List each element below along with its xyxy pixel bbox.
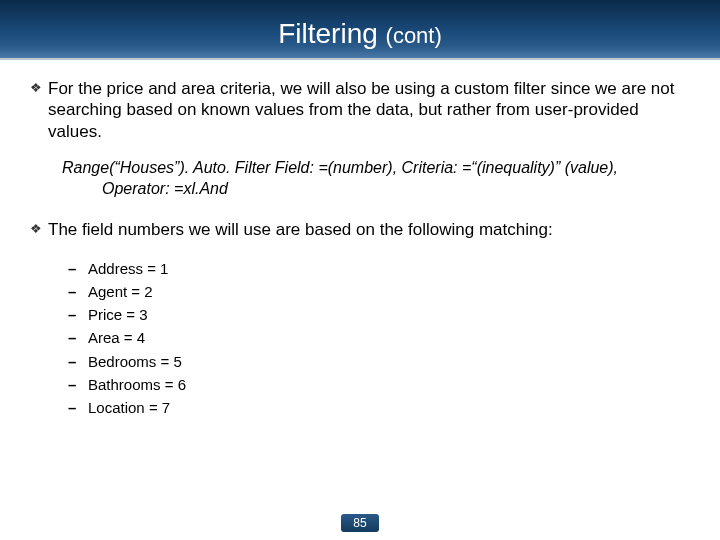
bullet-item: ❖ For the price and area criteria, we wi… bbox=[30, 78, 690, 142]
page-number-badge: 85 bbox=[341, 514, 378, 532]
bullet-text: For the price and area criteria, we will… bbox=[48, 78, 690, 142]
list-item: – Bathrooms = 6 bbox=[68, 373, 690, 396]
field-label: Bathrooms = 6 bbox=[88, 373, 186, 396]
field-label: Area = 4 bbox=[88, 326, 145, 349]
field-label: Price = 3 bbox=[88, 303, 148, 326]
diamond-icon: ❖ bbox=[30, 219, 48, 239]
field-label: Address = 1 bbox=[88, 257, 168, 280]
field-label: Location = 7 bbox=[88, 396, 170, 419]
title-sub: (cont) bbox=[386, 23, 442, 48]
dash-icon: – bbox=[68, 350, 88, 373]
bullet-text: The field numbers we will use are based … bbox=[48, 219, 690, 240]
list-item: – Agent = 2 bbox=[68, 280, 690, 303]
code-line: Operator: =xl.And bbox=[62, 179, 690, 200]
list-item: – Address = 1 bbox=[68, 257, 690, 280]
list-item: – Price = 3 bbox=[68, 303, 690, 326]
slide-title: Filtering (cont) bbox=[278, 18, 442, 50]
dash-icon: – bbox=[68, 326, 88, 349]
field-label: Bedrooms = 5 bbox=[88, 350, 182, 373]
list-item: – Bedrooms = 5 bbox=[68, 350, 690, 373]
dash-icon: – bbox=[68, 396, 88, 419]
dash-icon: – bbox=[68, 373, 88, 396]
page-number: 85 bbox=[0, 513, 720, 532]
field-label: Agent = 2 bbox=[88, 280, 153, 303]
list-item: – Area = 4 bbox=[68, 326, 690, 349]
bullet-item: ❖ The field numbers we will use are base… bbox=[30, 219, 690, 240]
dash-icon: – bbox=[68, 303, 88, 326]
code-line: Range(“Houses”). Auto. Filter Field: =(n… bbox=[62, 158, 690, 179]
title-main: Filtering bbox=[278, 18, 385, 49]
title-bar: Filtering (cont) bbox=[0, 0, 720, 60]
dash-icon: – bbox=[68, 280, 88, 303]
field-list: – Address = 1 – Agent = 2 – Price = 3 – … bbox=[68, 257, 690, 420]
code-block: Range(“Houses”). Auto. Filter Field: =(n… bbox=[62, 158, 690, 200]
slide: Filtering (cont) ❖ For the price and are… bbox=[0, 0, 720, 540]
list-item: – Location = 7 bbox=[68, 396, 690, 419]
diamond-icon: ❖ bbox=[30, 78, 48, 98]
dash-icon: – bbox=[68, 257, 88, 280]
slide-body: ❖ For the price and area criteria, we wi… bbox=[0, 60, 720, 419]
